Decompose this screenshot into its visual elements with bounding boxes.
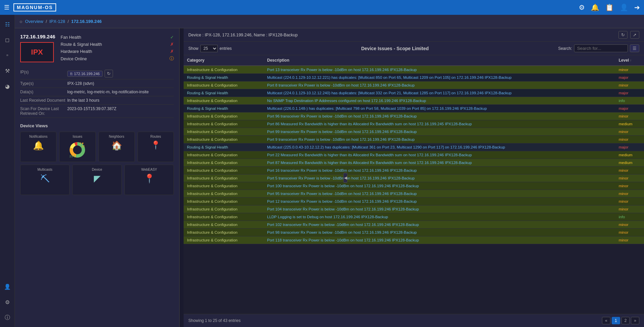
table-cell-description: Port 22 Measured Rx Bandwidth is higher … <box>264 151 615 159</box>
description-link[interactable]: Port 104 transceiver Rx Power is below -… <box>267 207 419 211</box>
description-link[interactable]: Multicast (224.0.1.129-10.12.12.221) has… <box>267 75 512 79</box>
description-link[interactable]: Multicast (224.0.1.129-10.12.12.240) has… <box>267 91 512 95</box>
description-link[interactable]: Port 13 transceiver Rx Power is below -1… <box>267 68 417 72</box>
description-link[interactable]: Port 12 transceiver Rx Power is below -1… <box>267 199 417 203</box>
clipboard-icon[interactable]: 📋 <box>605 3 614 11</box>
sidebar-icon-layers[interactable]: ◻ <box>1 34 13 46</box>
table-cell-description: Port 118 transceiver Rx Power is below -… <box>264 236 615 244</box>
logout-icon[interactable]: ➔ <box>634 3 640 11</box>
showing-text: Showing 1 to 25 of 43 entries <box>188 318 240 323</box>
notifications-icon[interactable]: 🔔 <box>591 3 599 11</box>
description-link[interactable]: Port 86 Measured Rx Bandwidth is higher … <box>267 122 472 126</box>
table-row: Infrastructure & ConfigurationPort 98 tr… <box>184 229 644 236</box>
description-link[interactable]: Port 96 transceiver Rx Power is below -1… <box>267 114 417 118</box>
user-icon[interactable]: 👤 <box>620 3 628 11</box>
pagination: « 1 2 » <box>602 317 639 324</box>
view-card-routes[interactable]: Routes 📍 <box>138 132 174 162</box>
sidebar-icon-grid[interactable]: ☷ <box>1 18 13 30</box>
view-card-notifications[interactable]: Notifications 🔔 <box>20 132 56 162</box>
collapse-panel-button[interactable]: ◀ <box>343 173 347 183</box>
sidebar-icon-help[interactable]: ⓘ <box>1 312 13 324</box>
search-columns-button[interactable]: ☰ <box>630 44 639 52</box>
view-card-issues[interactable]: Issues <box>59 132 96 162</box>
table-cell-description: Port 5 transceiver Rx Power is below -10… <box>264 174 615 182</box>
map-pin-icon: 📍 <box>151 140 161 150</box>
col-category[interactable]: Category <box>184 55 264 66</box>
description-link[interactable]: Port 102 transceiver Rx Power is below -… <box>267 223 419 227</box>
description-link[interactable]: Port 100 transceiver Rx Power is below -… <box>267 184 419 188</box>
external-link-button[interactable]: ➚ <box>630 31 639 39</box>
app-logo: MAGNUM-OS <box>13 3 56 11</box>
description-link[interactable]: Port 99 transceiver Rx Power is below -1… <box>267 130 417 134</box>
bell-icon: 🔔 <box>33 140 44 151</box>
data-table-wrapper: Category Description Level Infrastructur… <box>184 55 644 314</box>
sidebar-icon-admin[interactable]: 👤 <box>1 281 13 293</box>
page-2-button[interactable]: 2 <box>621 317 630 324</box>
col-description[interactable]: Description <box>264 55 615 66</box>
refresh-button[interactable]: ↻ <box>618 31 628 39</box>
page-1-button[interactable]: 1 <box>612 317 620 324</box>
description-link[interactable]: Port 8 transceiver Rx Power is below -10… <box>267 83 415 87</box>
description-link[interactable]: Multicast (226.0.1.148-) has duplicates:… <box>267 106 487 110</box>
description-link[interactable]: Port 16 transceiver Rx Power is below -1… <box>267 168 417 172</box>
view-card-webeasy[interactable]: WebEASY 📍 <box>124 165 174 195</box>
table-cell-category: Infrastructure & Configuration <box>184 112 264 120</box>
table-cell-level: minor <box>615 236 644 244</box>
ip-badge: ⎘ 172.16.199.246 <box>67 71 103 77</box>
table-cell-description: Port 96 transceiver Rx Power is below -1… <box>264 112 615 120</box>
search-input[interactable] <box>574 44 628 52</box>
table-cell-description: Multicast (226.0.1.148-) has duplicates:… <box>264 105 615 112</box>
neighbors-label: Neighbors <box>109 135 124 138</box>
table-row: Infrastructure & ConfigurationPort 100 t… <box>184 182 644 190</box>
sidebar-icon-tools[interactable]: ⚒ <box>1 65 13 77</box>
breadcrumb-overview[interactable]: Overview <box>25 19 43 24</box>
table-cell-category: Infrastructure & Configuration <box>184 213 264 221</box>
route-health-label: Route & Signal Health <box>61 42 102 47</box>
menu-icon[interactable]: ☰ <box>4 4 9 11</box>
table-cell-category: Infrastructure & Configuration <box>184 221 264 229</box>
next-page-button[interactable]: » <box>631 317 639 324</box>
table-cell-description: Port 95 transceiver Rx Power is below -1… <box>264 190 615 198</box>
table-cell-level: info <box>615 213 644 221</box>
description-link[interactable]: Multicast (225.0.0.43-10.12.12.2) has du… <box>267 145 505 149</box>
breadcrumb-parent[interactable]: IPX-128 <box>49 19 65 24</box>
prev-page-button[interactable]: « <box>602 317 610 324</box>
sidebar-icon-config[interactable]: ⚙ <box>1 296 13 308</box>
multicasts-label: Multicasts <box>37 168 52 171</box>
device-logo-text: IPX <box>31 48 43 57</box>
table-cell-category: Infrastructure & Configuration <box>184 236 264 244</box>
ip-refresh-button[interactable]: ↻ <box>105 70 113 77</box>
device-ip: 172.16.199.246 <box>20 34 55 39</box>
description-link[interactable]: Port 118 transceiver Rx Power is below -… <box>267 238 419 242</box>
settings-icon[interactable]: ⚙ <box>579 3 585 11</box>
table-cell-category: Infrastructure & Configuration <box>184 136 264 143</box>
table-cell-description: Multicast (224.0.1.129-10.12.12.240) has… <box>264 89 615 97</box>
table-title: Device Issues - Scope Limited <box>361 46 429 51</box>
sidebar-icon-box[interactable]: ▫ <box>1 49 13 61</box>
table-cell-category: Infrastructure & Configuration <box>184 81 264 89</box>
description-link[interactable]: Port 9 transceiver Rx Power is below -10… <box>267 137 415 141</box>
col-level[interactable]: Level <box>615 55 644 66</box>
view-card-multicasts[interactable]: Multicasts ⛏ <box>20 165 70 195</box>
right-panel-header: Device : IPX-128, 172.16.199.246, Name :… <box>184 28 644 42</box>
description-link[interactable]: No SNMP Trap Destination IP Addresses co… <box>267 99 426 103</box>
description-link[interactable]: Port 95 transceiver Rx Power is below -1… <box>267 192 417 196</box>
device-icon: ◤ <box>94 173 101 184</box>
description-link[interactable]: Port 22 Measured Rx Bandwidth is higher … <box>267 153 472 157</box>
description-link[interactable]: Port 87 Measured Rx Bandwidth is higher … <box>267 161 472 165</box>
view-card-neighbors[interactable]: Neighbors 🏠 <box>99 132 135 162</box>
sidebar-icon-radio[interactable]: ◕ <box>1 80 13 92</box>
table-row: Routing & Signal HealthMulticast (226.0.… <box>184 105 644 112</box>
view-card-device[interactable]: Device ◤ <box>72 165 122 195</box>
description-link[interactable]: LLDP Logging is set to Debug on host 172… <box>267 215 388 219</box>
table-cell-level: minor <box>615 128 644 136</box>
table-cell-category: Infrastructure & Configuration <box>184 167 264 174</box>
table-toolbar: Show 25 10 50 100 entries Device Issues … <box>184 42 644 55</box>
description-link[interactable]: Port 98 transceiver Rx Power is below -1… <box>267 230 417 234</box>
table-cell-description: Port 13 transceiver Rx Power is below -1… <box>264 66 615 74</box>
entries-select[interactable]: 25 10 50 100 <box>200 45 218 52</box>
fan-health-status-icon: ✓ <box>170 35 174 40</box>
search-box: Search: ☰ <box>558 44 639 52</box>
table-cell-category: Infrastructure & Configuration <box>184 198 264 205</box>
description-link[interactable]: Port 5 transceiver Rx Power is below -10… <box>267 176 415 180</box>
